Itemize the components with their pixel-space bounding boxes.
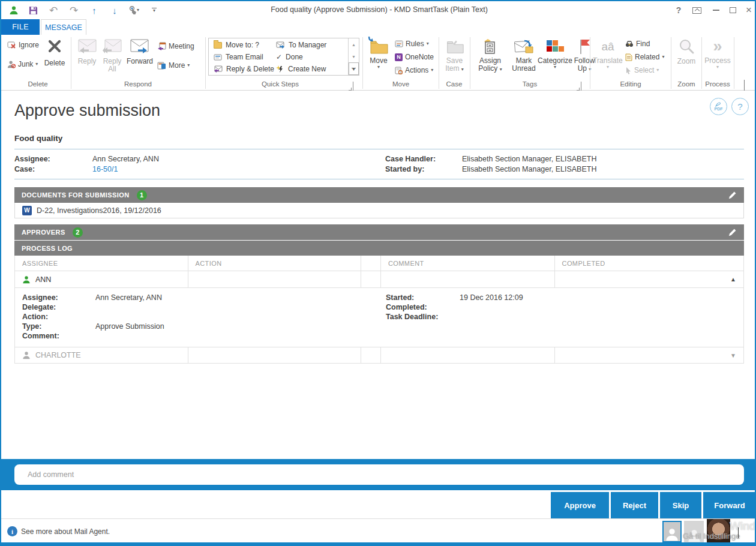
onenote-button[interactable]: N OneNote xyxy=(395,53,434,61)
save-icon[interactable] xyxy=(26,4,40,16)
move-folder-icon xyxy=(368,38,389,55)
pdf-button[interactable]: PDF xyxy=(710,98,727,115)
quick-step-team-email[interactable]: Team Email xyxy=(214,53,263,61)
reply-button[interactable]: Reply xyxy=(74,38,100,65)
quick-step-move-to[interactable]: Move to: ? xyxy=(214,41,259,49)
move-button[interactable]: Move ▾ xyxy=(365,38,392,70)
skip-button[interactable]: Skip xyxy=(660,492,701,518)
help-circle-button[interactable]: ? xyxy=(731,98,749,115)
process-log-header-row: ASSIGNEE ACTION COMMENT COMPLETED xyxy=(14,256,744,271)
follow-up-flag-icon xyxy=(578,38,591,55)
zoom-button[interactable]: Zoom xyxy=(673,38,700,65)
ribbon-display-options-button[interactable] xyxy=(689,5,704,16)
delete-button[interactable]: Delete xyxy=(41,38,68,67)
assign-policy-button[interactable]: Assign Policy ▾ xyxy=(473,38,508,73)
started-by-label: Started by: xyxy=(385,165,424,173)
status-bar: i See more about Mail Agent. xyxy=(1,518,755,544)
forward-action-button[interactable]: Forward xyxy=(703,492,756,518)
maximize-button[interactable] xyxy=(725,5,740,16)
ribbon-tabs: FILE MESSAGE xyxy=(1,19,755,35)
touch-mode-icon[interactable]: ▾ xyxy=(125,4,143,16)
rules-button[interactable]: Rules ▾ xyxy=(395,40,429,48)
taskbar-chevron-icon[interactable] xyxy=(738,528,739,539)
assignee-value: Ann Secretary, ANN xyxy=(92,155,159,163)
quick-steps-scroll-up[interactable]: ▲ xyxy=(349,38,359,50)
reject-button[interactable]: Reject xyxy=(611,492,658,518)
collapse-ribbon-button[interactable] xyxy=(744,80,745,91)
case-handler-value: Elisabeth Section Manager, ELISABETH xyxy=(462,155,596,163)
windows-watermark-line2: Gå til Indstillinge xyxy=(683,532,740,541)
task-subject: Food quality xyxy=(14,134,62,143)
undo-icon[interactable]: ↶ xyxy=(47,4,60,16)
find-button[interactable]: Find xyxy=(625,40,650,48)
folder-icon xyxy=(214,42,222,49)
process-log-row-ann[interactable]: ANN ▲ xyxy=(14,271,744,288)
edit-documents-icon[interactable] xyxy=(728,191,737,200)
approve-button[interactable]: Approve xyxy=(551,492,609,518)
forward-button[interactable]: Forward xyxy=(125,38,155,65)
case-group-label: Case xyxy=(440,80,469,89)
document-row[interactable]: W D-22, Investigations2016, 19/12/2016 xyxy=(14,203,744,218)
move-up-icon[interactable]: ↑ xyxy=(88,4,101,16)
junk-button[interactable]: Junk ▾ xyxy=(7,60,38,68)
save-item-folder-icon xyxy=(445,38,464,55)
quick-step-to-manager[interactable]: To Manager xyxy=(276,41,326,49)
meeting-button[interactable]: Meeting xyxy=(157,42,194,50)
save-item-button[interactable]: Save Item ▾ xyxy=(441,38,468,73)
close-button[interactable]: × xyxy=(742,5,756,16)
move-group-label: Move xyxy=(364,80,438,89)
status-message: See more about Mail Agent. xyxy=(21,527,110,536)
reply-delete-icon xyxy=(214,65,223,73)
select-button[interactable]: Select ▾ xyxy=(625,66,659,74)
contact-icon[interactable] xyxy=(7,4,20,16)
related-doc-icon xyxy=(625,53,632,61)
customize-qat-icon[interactable]: ▾ xyxy=(148,4,161,16)
quick-steps-group-label: Quick Steps xyxy=(208,80,352,89)
collapse-row-icon[interactable]: ▲ xyxy=(730,276,736,283)
categorize-button[interactable]: Categorize ▾ xyxy=(539,38,571,70)
assignee-label: Assignee: xyxy=(14,155,50,163)
task-pane: Approve submission PDF ? Food quality As… xyxy=(1,91,755,459)
ribbon: Ignore Junk ▾ Delete Delete Reply Reply … xyxy=(1,35,755,91)
expand-row-icon[interactable]: ▼ xyxy=(730,352,736,359)
comment-band xyxy=(1,459,755,490)
process-log-row-ann-details: Assignee: Ann Secretary, ANN Delegate: A… xyxy=(14,288,744,347)
quick-steps-scroll-down[interactable]: ▼ xyxy=(349,50,359,62)
more-respond-button[interactable]: More ▾ xyxy=(157,61,190,70)
translate-button[interactable]: aâ Translate ▾ xyxy=(593,38,623,70)
reply-envelope-icon xyxy=(77,38,97,55)
edit-approvers-icon[interactable] xyxy=(728,228,737,237)
move-down-icon[interactable]: ↓ xyxy=(108,4,121,16)
person-icon xyxy=(22,275,31,284)
quick-step-reply-delete[interactable]: Reply & Delete xyxy=(214,65,274,73)
quick-steps-more-button[interactable]: ▼ xyxy=(349,62,359,75)
quick-step-done[interactable]: ✓ Done xyxy=(276,53,303,61)
pdf-bird-icon xyxy=(715,102,722,107)
assign-policy-icon xyxy=(482,38,498,55)
actions-button[interactable]: Actions ▾ xyxy=(395,66,433,74)
zoom-group-label: Zoom xyxy=(672,80,701,89)
quick-step-create-new[interactable]: Create New xyxy=(276,65,326,73)
process-group-label: Process xyxy=(703,80,733,89)
related-button[interactable]: Related ▾ xyxy=(625,53,664,61)
quick-steps-box: Move to: ? Team Email Reply & Delete To … xyxy=(208,38,359,76)
avatar-placeholder[interactable] xyxy=(662,521,682,542)
app-window: ↶ ↷ ↑ ↓ ▾ ▾ Food quality (Approve Submis… xyxy=(0,0,756,546)
minimize-button[interactable] xyxy=(708,5,724,16)
ignore-button[interactable]: Ignore xyxy=(7,41,39,49)
comment-input[interactable] xyxy=(14,464,744,485)
case-link[interactable]: 16-50/1 xyxy=(92,165,118,173)
process-log-section-header: PROCESS LOG xyxy=(14,241,744,256)
help-button[interactable]: ? xyxy=(672,5,685,16)
find-binoculars-icon xyxy=(625,41,634,47)
process-log-row-charlotte[interactable]: CHARLOTTE ▼ xyxy=(14,347,744,364)
select-cursor-icon xyxy=(625,67,632,74)
tab-file[interactable]: FILE xyxy=(1,19,40,35)
tab-message[interactable]: MESSAGE xyxy=(41,19,86,35)
redo-icon[interactable]: ↷ xyxy=(67,4,80,16)
forward-envelope-icon xyxy=(130,38,150,55)
process-button[interactable]: » Process ▾ xyxy=(704,38,731,70)
reply-all-button[interactable]: Reply All xyxy=(100,38,125,73)
process-chevrons-icon: » xyxy=(713,38,722,55)
mark-unread-button[interactable]: Mark Unread xyxy=(509,38,539,73)
